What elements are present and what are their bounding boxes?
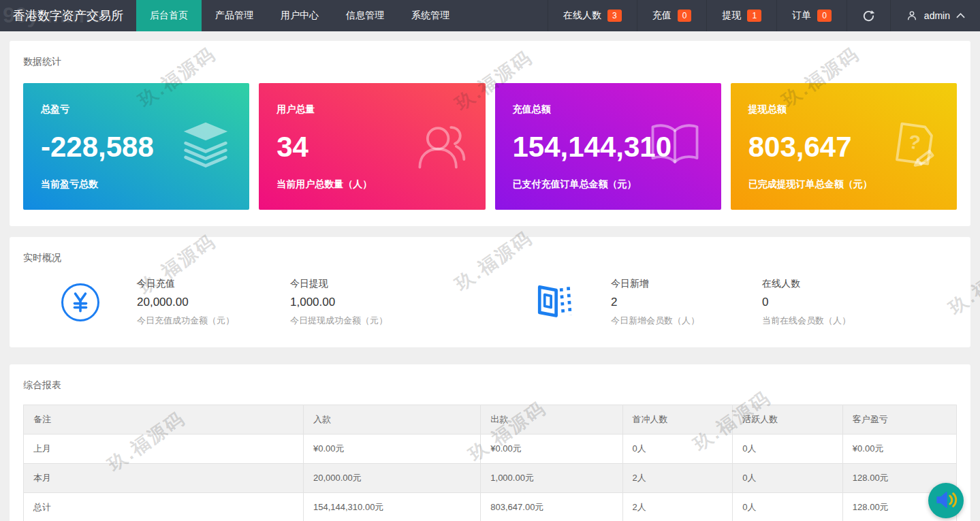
- metric-today-withdraw: 今日提现 1,000.00 今日提现成功金额（元）: [290, 278, 443, 327]
- report-panel: 综合报表 备注 入款 出款 首冲人数 活跃人数 客户盈亏 上月 ¥0.: [10, 364, 970, 521]
- stat-desc: 当前盈亏总数: [41, 178, 232, 191]
- metric-today-recharge: 今日充值 20,000.00 今日充值成功金额（元）: [137, 278, 290, 327]
- cell: 0人: [733, 493, 843, 521]
- cell: ¥0.00元: [842, 435, 956, 464]
- stat-label: 充值总额: [513, 104, 704, 116]
- col-header-customer-pnl: 客户盈亏: [842, 405, 956, 435]
- table-header-row: 备注 入款 出款 首冲人数 活跃人数 客户盈亏: [24, 405, 957, 435]
- stat-label: 总盈亏: [41, 104, 232, 116]
- cell: ¥0.00元: [481, 435, 622, 464]
- cell: 2人: [622, 464, 733, 493]
- stat-label: 提现总额: [748, 104, 939, 116]
- counter-recharge[interactable]: 充值 0: [637, 0, 707, 31]
- yuan-circle-icon: [61, 283, 99, 321]
- layers-icon: [178, 120, 233, 173]
- realtime-panel-title: 实时概况: [23, 252, 957, 264]
- realtime-panel: 实时概况 今日充值 20,000.00 今日充值成功金额（元） 今日提现 1,0…: [10, 237, 970, 347]
- cell: 154,144,310.00元: [304, 493, 481, 521]
- cell: 总计: [24, 493, 304, 521]
- stat-card-total-withdraw: 提现总额 803,647 已完成提现订单总金额（元） ?: [731, 83, 957, 210]
- counter-online[interactable]: 在线人数 3: [548, 0, 637, 31]
- stats-panel-title: 数据统计: [23, 56, 957, 68]
- col-header-outflow: 出款: [481, 405, 622, 435]
- cell: 上月: [24, 435, 304, 464]
- chevron-up-icon: [956, 13, 965, 18]
- col-header-first-deposit: 首冲人数: [622, 405, 733, 435]
- top-nav: 96yun.me 香港数字资产交易所 后台首页 产品管理 用户中心 信息管理 系…: [0, 0, 980, 31]
- menu-item-dashboard[interactable]: 后台首页: [136, 0, 202, 31]
- report-table: 备注 入款 出款 首冲人数 活跃人数 客户盈亏 上月 ¥0.00元 ¥0.00元…: [23, 405, 957, 521]
- user-name: admin: [924, 10, 950, 21]
- cell: 0人: [733, 435, 843, 464]
- users-icon: [411, 119, 469, 174]
- cell: 0人: [622, 435, 733, 464]
- user-icon: [906, 10, 918, 22]
- cell: 1,000.00元: [481, 464, 622, 493]
- brand: 96yun.me 香港数字资产交易所: [0, 0, 136, 31]
- refresh-icon: [862, 10, 875, 22]
- sound-float-button[interactable]: [928, 483, 964, 518]
- menu-item-system[interactable]: 系统管理: [398, 0, 463, 31]
- metric-new-members: 今日新增 2 今日新增会员数（人）: [611, 278, 762, 327]
- stat-card-total-recharge: 充值总额 154,144,310 已支付充值订单总金额（元）: [495, 83, 721, 210]
- cell: 20,000.00元: [304, 464, 481, 493]
- menu-item-products[interactable]: 产品管理: [202, 0, 267, 31]
- stat-desc: 已支付充值订单总金额（元）: [513, 178, 704, 191]
- col-header-active-users: 活跃人数: [733, 405, 843, 435]
- cell: ¥0.00元: [304, 435, 481, 464]
- user-menu[interactable]: admin: [890, 0, 980, 31]
- cell: 本月: [24, 464, 304, 493]
- menu-item-users[interactable]: 用户中心: [267, 0, 332, 31]
- brand-title: 香港数字资产交易所: [13, 7, 123, 24]
- cell: 803,647.00元: [481, 493, 622, 521]
- stat-card-total-pnl: 总盈亏 -228,588 当前盈亏总数: [23, 83, 249, 210]
- counter-orders[interactable]: 订单 0: [776, 0, 847, 31]
- stat-card-total-users: 用户总量 34 当前用户总数量（人）: [259, 83, 485, 210]
- realtime-row: 今日充值 20,000.00 今日充值成功金额（元） 今日提现 1,000.00…: [23, 278, 957, 327]
- online-count-badge: 3: [607, 10, 622, 22]
- main-menu: 后台首页 产品管理 用户中心 信息管理 系统管理: [136, 0, 463, 31]
- svg-text:?: ?: [907, 131, 922, 154]
- table-row: 本月 20,000.00元 1,000.00元 2人 0人 128.00元: [24, 464, 957, 493]
- book-icon: [645, 121, 705, 172]
- stats-panel: 数据统计 总盈亏 -228,588 当前盈亏总数 用户总量 34: [10, 41, 970, 226]
- cell: 2人: [622, 493, 733, 521]
- counter-withdraw[interactable]: 提现 1: [706, 0, 776, 31]
- building-icon: [532, 281, 573, 324]
- speaker-icon: [933, 488, 959, 514]
- stat-desc: 已完成提现订单总金额（元）: [748, 178, 939, 191]
- report-panel-title: 综合报表: [23, 379, 957, 392]
- menu-item-info[interactable]: 信息管理: [332, 0, 398, 31]
- col-header-remark: 备注: [24, 405, 304, 435]
- note-question-icon: ?: [889, 117, 941, 176]
- stat-desc: 当前用户总数量（人）: [276, 178, 467, 191]
- refresh-button[interactable]: [847, 0, 890, 31]
- nav-right: 在线人数 3 充值 0 提现 1 订单 0: [548, 0, 980, 31]
- cell: 0人: [733, 464, 843, 493]
- metric-online-members: 在线人数 0 当前在线会员数（人）: [762, 278, 898, 327]
- col-header-inflow: 入款: [304, 405, 481, 435]
- table-row: 上月 ¥0.00元 ¥0.00元 0人 0人 ¥0.00元: [24, 435, 957, 464]
- main-content: 数据统计 总盈亏 -228,588 当前盈亏总数 用户总量 34: [0, 41, 980, 521]
- stat-label: 用户总量: [276, 104, 467, 116]
- table-row: 总计 154,144,310.00元 803,647.00元 2人 0人 128…: [24, 493, 957, 521]
- recharge-count-badge: 0: [678, 10, 692, 22]
- stat-cards: 总盈亏 -228,588 当前盈亏总数 用户总量 34 当前用户总数量（人）: [23, 83, 957, 210]
- withdraw-count-badge: 1: [747, 10, 761, 22]
- order-count-badge: 0: [817, 10, 832, 22]
